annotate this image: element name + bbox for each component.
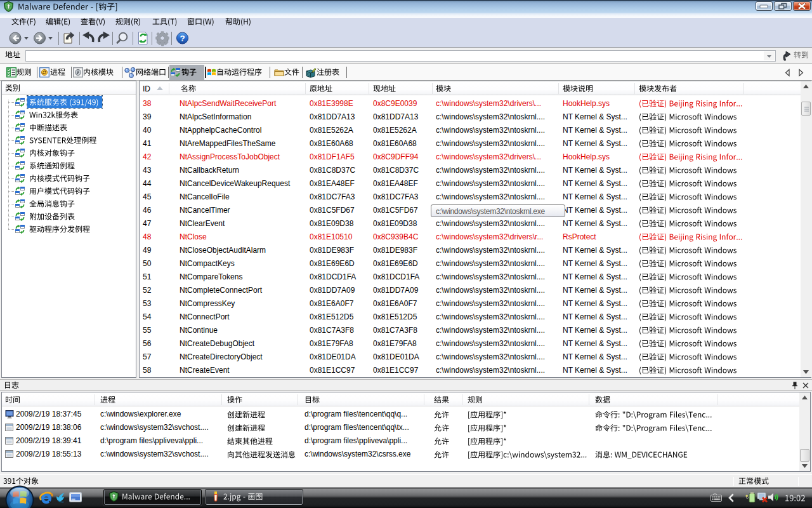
svg-text:?: ? [180, 34, 185, 43]
